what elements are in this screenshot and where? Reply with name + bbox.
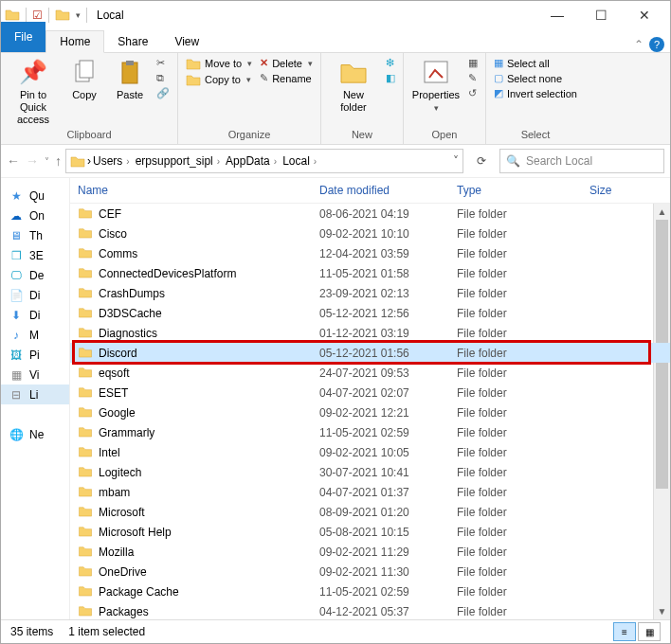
table-row[interactable]: CEF08-06-2021 04:19File folder [70,204,670,224]
folder-icon [78,584,93,599]
properties-button[interactable]: Properties ▾ [411,57,461,114]
table-row[interactable]: Comms12-04-2021 03:59File folder [70,243,670,263]
delete-button[interactable]: ✕ Delete▾ [260,57,313,69]
recent-dropdown[interactable]: ˅ [45,156,49,167]
back-button[interactable]: ← [7,153,20,169]
header-name[interactable]: Name [70,184,319,197]
table-row[interactable]: Package Cache11-05-2021 02:59File folder [70,581,670,601]
paste-icon [115,57,145,87]
table-row[interactable]: Packages04-12-2021 05:37File folder [70,601,670,619]
collapse-ribbon-icon[interactable]: ⌃ [634,38,644,51]
select-none-button[interactable]: ▢Select none [494,72,577,84]
crumb-appdata[interactable]: AppData› [226,154,281,168]
file-rows[interactable]: ▲ ▼ CEF08-06-2021 04:19File folderCisco0… [70,204,670,619]
refresh-button[interactable]: ⟳ [467,149,496,173]
sidebar-item[interactable]: ⊟Li [1,385,69,404]
pin-to-quick-access-button[interactable]: 📌 Pin to Quick access [9,57,58,127]
minimize-button[interactable]: ― [535,1,579,29]
crumb-user[interactable]: erpsupport_sipl› [136,154,224,168]
address-dropdown-icon[interactable]: ˅ [453,154,459,168]
sidebar-item[interactable]: ♪M [9,325,69,345]
tab-share[interactable]: Share [104,31,161,52]
table-row[interactable]: eqsoft24-07-2021 09:53File folder [70,363,670,383]
breadcrumb[interactable]: › Users› erpsupport_sipl› AppData› Local… [65,149,463,173]
details-view-button[interactable]: ≡ [613,622,636,641]
folder-icon [78,425,93,440]
table-row[interactable]: Microsoft Help05-08-2021 10:15File folde… [70,522,670,542]
sidebar-item[interactable]: ▦Vi [9,365,69,385]
sidebar-item-label: On [29,209,45,223]
close-button[interactable]: ✕ [623,1,666,29]
header-type[interactable]: Type [457,184,589,197]
search-box[interactable]: 🔍 Search Local [499,149,664,173]
table-row[interactable]: Microsoft08-09-2021 01:20File folder [70,502,670,522]
new-folder-button[interactable]: New folder [329,57,378,114]
help-icon[interactable]: ? [649,37,664,52]
header-date[interactable]: Date modified [319,184,457,197]
crumb-local[interactable]: Local› [282,154,320,168]
file-name: Package Cache [99,585,179,599]
rename-button[interactable]: ✎ Rename [260,72,313,84]
icons-view-button[interactable]: ▦ [638,622,661,641]
qat-dropdown-icon[interactable]: ▾ [76,10,81,20]
table-row[interactable]: Google09-02-2021 12:21File folder [70,402,670,422]
file-name: Comms [99,247,137,260]
copy-path-icon[interactable]: ⧉ [156,72,170,84]
history-icon[interactable]: ↺ [468,87,478,99]
open-icon[interactable]: ▦ [468,57,478,69]
easy-access-icon[interactable]: ◧ [386,72,395,84]
invert-selection-button[interactable]: ◩Invert selection [494,87,577,99]
file-date: 11-05-2021 02:59 [319,426,457,439]
navigation-pane[interactable]: ★Qu☁On🖥Th❒3E🖵De📄Di⬇Di♪M🖼Pi▦Vi⊟Li🌐Ne [1,178,70,619]
edit-icon[interactable]: ✎ [468,72,478,84]
sidebar-item[interactable]: ☁On [9,206,69,225]
table-row[interactable]: Diagnostics01-12-2021 03:19File folder [70,323,670,343]
sidebar-item[interactable]: 🖥Th [9,225,69,245]
search-placeholder: Search Local [526,154,592,168]
table-row[interactable]: Mozilla09-02-2021 11:29File folder [70,542,670,562]
cut-icon[interactable]: ✂ [156,57,170,69]
tab-view[interactable]: View [161,31,212,52]
move-to-button[interactable]: Move to▾ [186,57,252,70]
crumb-users[interactable]: Users› [93,154,134,168]
up-button[interactable]: ↑ [55,153,62,169]
table-row[interactable]: ConnectedDevicesPlatform11-05-2021 01:58… [70,263,670,283]
table-row[interactable]: ESET04-07-2021 02:07File folder [70,383,670,402]
table-row[interactable]: Discord05-12-2021 01:56File folder [70,343,670,363]
table-row[interactable]: Grammarly11-05-2021 02:59File folder [70,422,670,442]
new-item-icon[interactable]: ❇ [386,57,395,69]
sidebar-item[interactable]: ★Qu [9,186,69,206]
paste-button[interactable]: Paste [111,57,149,101]
table-row[interactable]: Cisco09-02-2021 10:10File folder [70,224,670,243]
folder-icon [78,405,93,420]
properties-label: Properties [412,89,460,101]
sidebar-item[interactable]: 🌐Ne [9,424,69,444]
table-row[interactable]: Logitech30-07-2021 10:41File folder [70,462,670,482]
sidebar-item[interactable]: 🖼Pi [9,345,69,365]
forward-button[interactable]: → [26,153,39,169]
table-row[interactable]: D3DSCache05-12-2021 12:56File folder [70,303,670,323]
copy-to-button[interactable]: Copy to▾ [186,73,252,86]
sidebar-item[interactable]: ❒3E [9,245,69,265]
table-row[interactable]: mbam04-07-2021 01:37File folder [70,482,670,502]
header-size[interactable]: Size [589,184,670,197]
checkbox-icon[interactable]: ☑ [32,9,43,22]
sidebar-item[interactable] [9,404,69,424]
sidebar-item[interactable]: 🖵De [9,265,69,285]
table-row[interactable]: Intel09-02-2021 10:05File folder [70,442,670,462]
paste-shortcut-icon[interactable]: 🔗 [156,87,170,99]
chevron-right-icon[interactable]: › [87,154,91,168]
file-name: mbam [99,486,130,499]
copy-button[interactable]: Copy [65,57,103,101]
table-row[interactable]: OneDrive09-02-2021 11:30File folder [70,562,670,581]
file-date: 05-12-2021 12:56 [319,307,457,320]
sidebar-item[interactable]: 📄Di [9,285,69,305]
tab-home[interactable]: Home [45,30,104,53]
select-all-button[interactable]: ▦Select all [494,57,577,69]
file-type: File folder [457,466,589,479]
tab-file[interactable]: File [1,22,45,52]
table-row[interactable]: CrashDumps23-09-2021 02:13File folder [70,283,670,303]
maximize-button[interactable]: ☐ [579,1,623,29]
file-date: 08-06-2021 04:19 [319,207,457,221]
sidebar-item[interactable]: ⬇Di [9,305,69,325]
